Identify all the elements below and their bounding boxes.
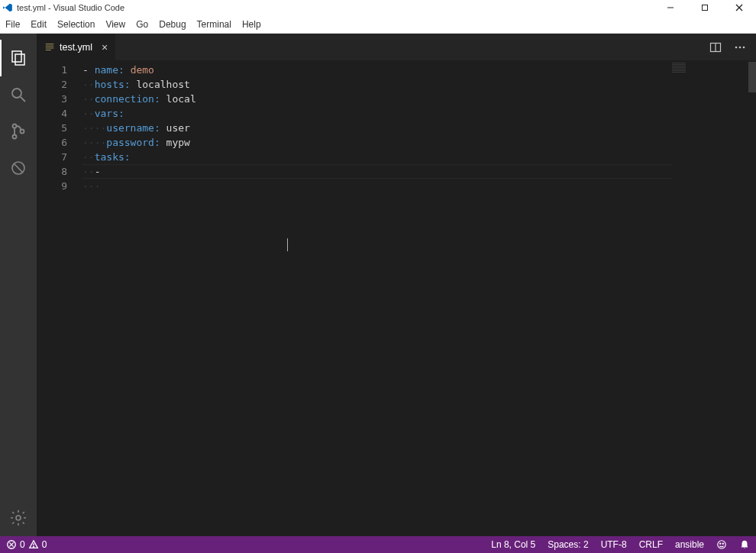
source-control-icon[interactable]: [0, 113, 37, 150]
menu-view[interactable]: View: [100, 15, 131, 33]
line-number: 3: [37, 92, 67, 106]
svg-rect-4: [12, 51, 21, 62]
svg-point-30: [722, 543, 723, 544]
svg-point-8: [13, 125, 17, 128]
svg-point-27: [33, 547, 34, 548]
status-spaces[interactable]: Spaces: 2: [548, 539, 588, 550]
line-number: 6: [37, 135, 67, 150]
code-line[interactable]: ··connection: local: [82, 92, 756, 106]
window-title: test.yml - Visual Studio Code: [17, 3, 124, 12]
line-number: 5: [37, 121, 67, 135]
code-line[interactable]: ··hosts: localhost: [82, 77, 756, 92]
menu-selection[interactable]: Selection: [52, 15, 100, 33]
code-line[interactable]: ····username: user: [82, 121, 756, 135]
warning-count: 0: [42, 539, 47, 550]
debug-icon[interactable]: [0, 150, 37, 186]
status-warnings[interactable]: 0: [28, 539, 47, 550]
status-position[interactable]: Ln 8, Col 5: [491, 539, 535, 550]
line-number-gutter: 123456789: [37, 60, 82, 536]
svg-point-20: [735, 46, 738, 48]
minimize-button[interactable]: [653, 0, 687, 15]
menu-help[interactable]: Help: [237, 15, 267, 33]
tab-testyml[interactable]: test.yml ×: [37, 34, 115, 60]
window-titlebar: test.yml - Visual Studio Code: [0, 0, 756, 15]
tab-label: test.yml: [60, 42, 92, 53]
line-number: 2: [37, 77, 67, 92]
status-bar: 0 0 Ln 8, Col 5 Spaces: 2 UTF-8 CRLF ans…: [0, 536, 756, 553]
status-encoding[interactable]: UTF-8: [601, 539, 627, 550]
line-number: 4: [37, 106, 67, 121]
svg-line-12: [14, 163, 23, 173]
tab-close-icon[interactable]: ×: [97, 41, 108, 53]
svg-point-9: [13, 135, 17, 139]
more-actions-icon[interactable]: [732, 39, 748, 56]
menu-go[interactable]: Go: [131, 15, 153, 33]
explorer-icon[interactable]: [0, 40, 37, 76]
code-line[interactable]: ··tasks:: [82, 150, 756, 164]
activity-bar: [0, 34, 37, 536]
svg-point-13: [16, 516, 21, 520]
search-icon[interactable]: [0, 76, 37, 113]
code-line[interactable]: - name: demo: [82, 63, 756, 77]
svg-point-29: [720, 543, 721, 544]
text-cursor: [287, 238, 288, 251]
svg-rect-5: [15, 54, 24, 65]
line-number: 8: [37, 164, 67, 179]
code-line[interactable]: ··vars:: [82, 106, 756, 121]
line-number: 1: [37, 63, 67, 77]
menu-edit[interactable]: Edit: [25, 15, 52, 33]
error-count: 0: [20, 539, 25, 550]
minimap[interactable]: [672, 63, 686, 73]
code-line[interactable]: ····password: mypw: [82, 135, 756, 150]
maximize-button[interactable]: [687, 0, 722, 15]
svg-rect-1: [702, 5, 707, 11]
status-eol[interactable]: CRLF: [639, 539, 663, 550]
svg-line-7: [21, 97, 25, 102]
line-number: 9: [37, 179, 67, 193]
vscode-app-icon: [0, 0, 15, 15]
status-errors[interactable]: 0: [6, 539, 25, 550]
line-number: 7: [37, 150, 67, 164]
svg-point-28: [718, 541, 726, 549]
menu-debug[interactable]: Debug: [153, 15, 191, 33]
window-controls: [653, 0, 756, 15]
close-button[interactable]: [722, 0, 756, 15]
menu-file[interactable]: File: [0, 15, 25, 33]
svg-point-21: [739, 46, 741, 48]
feedback-smiley-icon[interactable]: [716, 539, 727, 550]
tabs-bar: test.yml ×: [37, 34, 756, 60]
svg-point-6: [12, 89, 21, 98]
scrollbar-thumb[interactable]: [748, 62, 756, 92]
file-lines-icon: [44, 42, 55, 53]
menu-terminal[interactable]: Terminal: [192, 15, 237, 33]
menubar: File Edit Selection View Go Debug Termin…: [0, 15, 756, 34]
code-editor[interactable]: 123456789 - name: demo··hosts: localhost…: [37, 60, 756, 536]
code-line[interactable]: ··-: [82, 164, 756, 179]
split-editor-icon[interactable]: [707, 39, 724, 56]
svg-point-22: [743, 46, 745, 48]
notifications-bell-icon[interactable]: [739, 539, 750, 550]
settings-gear-icon[interactable]: [0, 500, 37, 536]
code-line[interactable]: ···: [82, 179, 756, 193]
status-language[interactable]: ansible: [675, 539, 704, 550]
svg-point-10: [21, 130, 24, 134]
